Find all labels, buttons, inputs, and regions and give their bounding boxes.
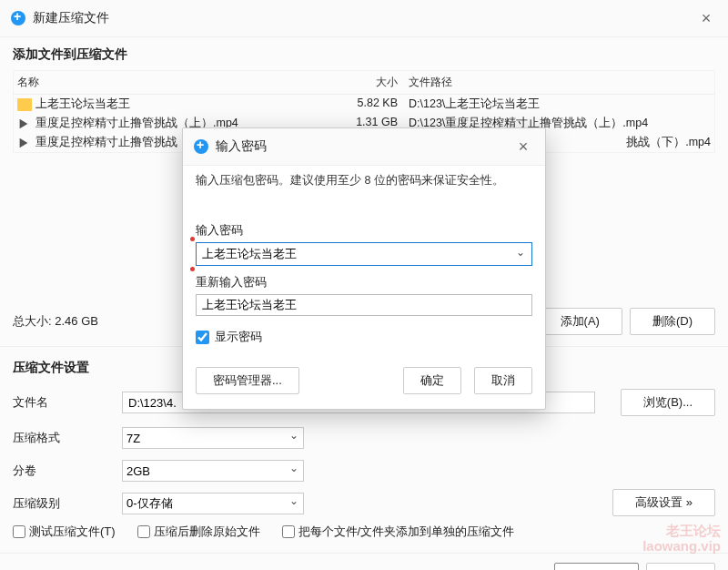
- dialog-description: 输入压缩包密码。建议使用至少 8 位的密码来保证安全性。: [196, 173, 532, 188]
- dialog-ok-button[interactable]: 确定: [403, 367, 461, 394]
- separate-archives-checkbox[interactable]: 把每个文件/文件夹添加到单独的压缩文件: [282, 524, 515, 540]
- svg-marker-0: [20, 118, 28, 128]
- table-header: 名称 大小 文件路径: [14, 71, 714, 95]
- main-titlebar: 新建压缩文件 ×: [0, 0, 728, 37]
- level-label: 压缩级别: [13, 495, 122, 512]
- add-files-heading: 添加文件到压缩文件: [0, 37, 728, 70]
- format-select[interactable]: [122, 427, 304, 449]
- test-archive-checkbox[interactable]: 测试压缩文件(T): [13, 524, 116, 540]
- lock-icon: [194, 139, 208, 154]
- required-dot-icon: [190, 237, 195, 241]
- video-icon: [17, 137, 32, 149]
- password-label: 输入密码: [196, 223, 532, 239]
- confirm-password-input[interactable]: [196, 294, 532, 316]
- col-name[interactable]: 名称: [14, 75, 341, 90]
- filename-label: 文件名: [13, 394, 122, 411]
- level-select[interactable]: [122, 493, 304, 514]
- password-input[interactable]: [196, 242, 532, 266]
- volume-label: 分卷: [13, 463, 122, 479]
- advanced-button[interactable]: 高级设置 »: [612, 489, 715, 516]
- dialog-cancel-button[interactable]: 取消: [474, 367, 532, 394]
- cancel-button[interactable]: 取消: [646, 563, 715, 570]
- password-input-wrap: [196, 242, 532, 266]
- dialog-title: 输入密码: [216, 138, 512, 155]
- window-title: 新建压缩文件: [33, 10, 695, 26]
- show-password-checkbox[interactable]: 显示密码: [196, 329, 532, 345]
- required-dot-icon: [190, 267, 195, 271]
- start-button[interactable]: 开始(S): [554, 563, 639, 570]
- password-dialog: 输入密码 × 输入压缩包密码。建议使用至少 8 位的密码来保证安全性。 输入密码…: [182, 127, 546, 410]
- col-path[interactable]: 文件路径: [405, 75, 714, 90]
- add-button[interactable]: 添加(A): [538, 308, 622, 335]
- dialog-close-icon[interactable]: ×: [512, 136, 534, 158]
- delete-after-checkbox[interactable]: 压缩后删除原始文件: [137, 524, 260, 540]
- video-icon: [17, 117, 32, 130]
- format-label: 压缩格式: [13, 430, 122, 446]
- app-icon: [11, 11, 25, 25]
- password-manager-button[interactable]: 密码管理器...: [196, 367, 299, 394]
- close-icon[interactable]: ×: [695, 7, 717, 29]
- svg-marker-1: [20, 137, 28, 148]
- folder-icon: [17, 98, 32, 111]
- table-row[interactable]: 上老王论坛当老王 5.82 KB D:\123\上老王论坛当老王: [14, 95, 714, 114]
- confirm-password-label: 重新输入密码: [196, 275, 532, 290]
- col-size[interactable]: 大小: [341, 75, 405, 90]
- delete-button[interactable]: 删除(D): [630, 308, 715, 335]
- volume-select[interactable]: [122, 460, 304, 482]
- browse-button[interactable]: 浏览(B)...: [621, 389, 715, 416]
